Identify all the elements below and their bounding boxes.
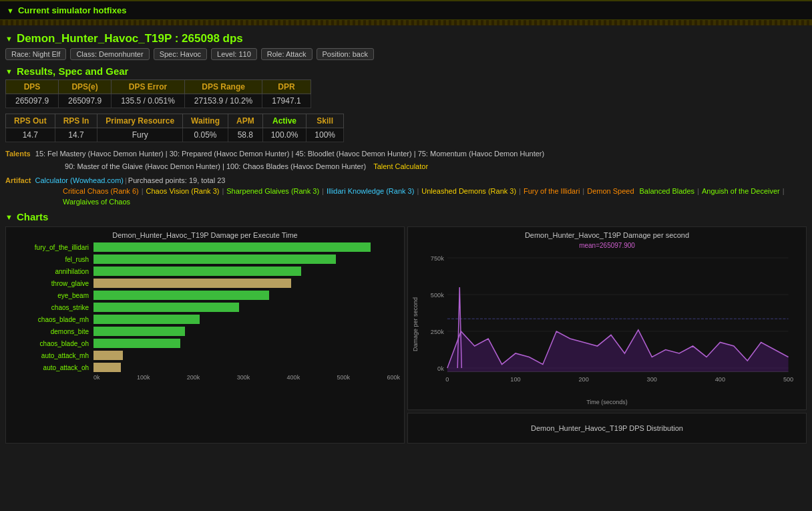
bar-chart: fury_of_the_illidari fel_rush annihilati… [10, 242, 400, 381]
rps-in-header: RPS In [55, 114, 97, 128]
bar-fill-chaos-strike [93, 303, 239, 312]
role-tag: Role: Attack [261, 48, 313, 60]
bar-row-eye: eye_beam [93, 290, 400, 301]
active-header: Active [262, 114, 307, 128]
results-title: Results, Spec and Gear [5, 65, 807, 77]
bar-fill-eye [93, 291, 269, 300]
rps-out-header: RPS Out [6, 114, 55, 128]
bar-fill-throw [93, 279, 291, 288]
separator [0, 20, 812, 25]
power-sharpened-glaives: Sharpened Glaives (Rank 3) [226, 187, 319, 195]
hotfix-bar: Current simulator hotfixes [0, 0, 812, 20]
bar-label-eye: eye_beam [10, 292, 89, 299]
svg-text:100: 100 [510, 375, 520, 383]
bar-row-chaos-strike: chaos_strike [93, 302, 400, 313]
class-tag: Class: Demonhunter [70, 48, 149, 60]
bar-fill-chaos-blade-mh [93, 315, 200, 324]
bar-label-chaos-blade-mh: chaos_blade_mh [10, 316, 89, 323]
charts-grid: Demon_Hunter_Havoc_T19P Damage per Execu… [5, 226, 807, 444]
bar-row-throw: throw_glaive [93, 278, 400, 289]
waiting-val: 0.05% [183, 128, 228, 142]
bar-label-chaos-strike: chaos_strike [10, 304, 89, 311]
bar-chart-title: Demon_Hunter_Havoc_T19P Damage per Execu… [10, 231, 400, 239]
bar-fill-auto-oh [93, 363, 121, 372]
rps-in-val: 14.7 [55, 128, 97, 142]
line-chart-area: Damage per second 750k [412, 250, 802, 397]
dpse-val: 265097.9 [59, 94, 112, 108]
svg-rect-0 [420, 250, 802, 397]
apm-val: 58.8 [228, 128, 262, 142]
bar-label-fel: fel_rush [10, 256, 89, 263]
bar-label-chaos-blade-oh: chaos_blade_oh [10, 340, 89, 347]
apm-header: APM [228, 114, 262, 128]
rps-stats-table: RPS Out RPS In Primary Resource Waiting … [5, 114, 344, 142]
position-tag: Position: back [317, 48, 374, 60]
char-title: Demon_Hunter_Havoc_T19P : 265098 dps [5, 32, 807, 45]
charts-title: Charts [5, 211, 807, 222]
svg-text:250k: 250k [431, 328, 444, 335]
skill-val: 100% [307, 128, 344, 142]
bar-fill-annihilation [93, 267, 301, 276]
bar-chart-box: Demon_Hunter_Havoc_T19P Damage per Execu… [5, 226, 405, 444]
svg-text:500k: 500k [431, 291, 444, 299]
race-tag: Race: Night Elf [5, 48, 66, 60]
bar-fill-fury [93, 242, 371, 252]
right-charts: Demon_Hunter_Havoc_T19P Damage per secon… [407, 226, 807, 444]
bar-label-throw: throw_glaive [10, 280, 89, 287]
power-unleashed-demons: Unleashed Demons (Rank 3) [421, 187, 516, 195]
bar-label-auto-oh: auto_attack_oh [10, 364, 89, 371]
talent-calculator-link[interactable]: Talent Calculator [373, 162, 428, 170]
main-section: Demon_Hunter_Havoc_T19P : 265098 dps Rac… [0, 25, 812, 446]
active-val: 100.0% [262, 128, 307, 142]
dpr-val: 17947.1 [262, 94, 311, 108]
bar-row-auto-mh: auto_attack_mh [93, 350, 400, 361]
bar-label-fury: fury_of_the_illidari [10, 244, 89, 251]
artifact-purchased: Purchased points: 19, total 23 [128, 176, 226, 184]
bar-row-chaos-blade-oh: chaos_blade_oh [93, 338, 400, 349]
bar-row-fel: fel_rush [93, 254, 400, 265]
bar-fill-demons-bite [93, 327, 185, 336]
svg-text:300: 300 [647, 375, 657, 383]
bar-row-auto-oh: auto_attack_oh [93, 362, 400, 373]
rps-out-val: 14.7 [6, 128, 55, 142]
dps-dist-box: Demon_Hunter_Havoc_T19P DPS Distribution [407, 413, 807, 444]
artifact-sep1: | [125, 176, 127, 184]
dps-error-val: 135.5 / 0.051% [112, 94, 185, 108]
charts-section: Charts Demon_Hunter_Havoc_T19P Damage pe… [5, 211, 807, 444]
power-critical-chaos: Critical Chaos (Rank 6) [63, 187, 139, 195]
x-axis-title: Time (seconds) [412, 399, 802, 405]
primary-res-val: Fury [97, 128, 183, 142]
dps-error-header: DPS Error [112, 80, 185, 94]
bar-fill-auto-mh [93, 351, 123, 360]
line-chart-box: Demon_Hunter_Havoc_T19P Damage per secon… [407, 226, 807, 410]
spec-tag: Spec: Havoc [154, 48, 207, 60]
power-balanced-blades: Balanced Blades [640, 187, 695, 195]
svg-text:0k: 0k [437, 365, 444, 372]
dpse-header: DPS(e) [59, 80, 112, 94]
bar-row-fury: fury_of_the_illidari [93, 242, 400, 252]
dps-header: DPS [6, 80, 59, 94]
power-fury-illidari: Fury of the Illidari [524, 187, 580, 195]
talents-row: Talents 15: Fel Mastery (Havoc Demon Hun… [5, 148, 807, 172]
power-illidari-knowledge: Illidari Knowledge (Rank 3) [327, 187, 414, 195]
skill-header: Skill [307, 114, 344, 128]
bar-label-auto-mh: auto_attack_mh [10, 352, 89, 359]
bar-row-demons-bite: demons_bite [93, 326, 400, 337]
primary-res-header: Primary Resource [97, 114, 183, 128]
artifact-powers: Critical Chaos (Rank 6) | Chaos Vision (… [63, 187, 807, 206]
waiting-header: Waiting [183, 114, 228, 128]
artifact-row: Artifact Calculator (Wowhead.com) | Purc… [5, 176, 807, 184]
x-axis-labels: 0k 100k 200k 300k 400k 500k 600k [93, 374, 400, 381]
svg-text:400: 400 [715, 375, 725, 383]
talents-text2: 90: Master of the Glaive (Havoc Demon Hu… [65, 162, 366, 170]
line-chart-mean: mean=265097.900 [412, 242, 802, 249]
talents-label: Talents [5, 150, 31, 158]
bar-fill-fel [93, 254, 336, 264]
artifact-calculator-link[interactable]: Calculator (Wowhead.com) [35, 176, 124, 184]
bar-row-chaos-blade-mh: chaos_blade_mh [93, 314, 400, 325]
svg-text:500: 500 [783, 375, 793, 383]
bar-label-demons-bite: demons_bite [10, 328, 89, 335]
svg-text:750k: 750k [431, 254, 444, 262]
power-warglaives: Warglaives of Chaos [63, 198, 130, 206]
tags-row: Race: Night Elf Class: Demonhunter Spec:… [5, 48, 807, 60]
